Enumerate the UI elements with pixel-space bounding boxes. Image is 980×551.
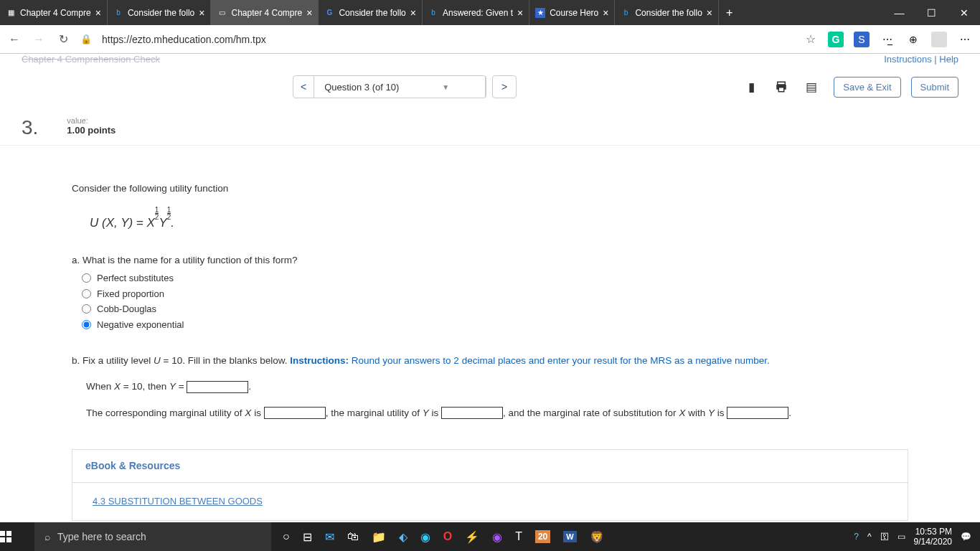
question-nav: < Question 3 (of 10) ▼ bbox=[293, 75, 486, 98]
svg-rect-4 bbox=[6, 531, 11, 536]
next-question-button[interactable]: > bbox=[492, 75, 517, 98]
option-c[interactable]: Cobb-Douglas bbox=[82, 301, 908, 317]
browser-tab[interactable]: ★Course Hero× bbox=[529, 0, 615, 25]
breadcrumb: Chapter 4 Comprehension Check bbox=[22, 54, 160, 65]
taskbar-search[interactable]: ⌕ Type here to search bbox=[34, 522, 271, 551]
close-icon[interactable]: × bbox=[603, 7, 608, 19]
clock[interactable]: 10:53 PM 9/14/2020 bbox=[914, 527, 952, 547]
dropbox-icon[interactable]: ⬖ bbox=[399, 530, 407, 544]
browser-tab[interactable]: bConsider the follo× bbox=[615, 0, 719, 25]
tab-label: Course Hero bbox=[550, 8, 598, 18]
favicon-icon: b bbox=[428, 8, 438, 18]
store-icon[interactable]: 🛍 bbox=[347, 530, 359, 543]
new-tab-button[interactable]: + bbox=[719, 6, 740, 19]
part-a: a. What is the name for a utility functi… bbox=[72, 253, 908, 332]
close-icon[interactable]: × bbox=[95, 7, 101, 19]
tab-label: Consider the follo bbox=[128, 8, 194, 18]
close-icon[interactable]: × bbox=[707, 7, 712, 19]
close-icon[interactable]: × bbox=[410, 7, 416, 19]
option-b[interactable]: Fixed proportion bbox=[82, 286, 908, 302]
option-label: Negative exponential bbox=[97, 318, 184, 332]
question-label: Question 3 (of 10) bbox=[324, 82, 399, 93]
tab-label: Chapter 4 Compre bbox=[20, 8, 91, 18]
back-button[interactable]: ← bbox=[7, 33, 22, 46]
badge-20[interactable]: 20 bbox=[535, 530, 550, 543]
page-header-row: Chapter 4 Comprehension Check Instructio… bbox=[0, 54, 980, 65]
ebook-icon[interactable]: ▮ bbox=[741, 77, 761, 97]
extension-icon[interactable]: S bbox=[854, 32, 870, 47]
var-u: U bbox=[154, 355, 161, 366]
var-x: X bbox=[114, 381, 121, 392]
collections-icon[interactable]: ⊕ bbox=[905, 32, 921, 47]
browser-tab[interactable]: ▦Chapter 4 Compre× bbox=[0, 0, 108, 25]
prev-question-button[interactable]: < bbox=[293, 81, 314, 93]
start-button[interactable] bbox=[0, 531, 34, 542]
help-link[interactable]: Instructions | Help bbox=[884, 54, 958, 65]
radio-b[interactable] bbox=[82, 289, 91, 298]
references-icon[interactable]: ▤ bbox=[801, 77, 821, 97]
close-icon[interactable]: × bbox=[199, 7, 204, 19]
blank-y-input[interactable] bbox=[187, 381, 248, 393]
part-a-text: a. What is the name for a utility functi… bbox=[72, 253, 908, 268]
radio-a[interactable] bbox=[82, 273, 91, 283]
question-toolbar: < Question 3 (of 10) ▼ > ▮ ▤ Save & Exit… bbox=[0, 65, 980, 109]
app-icon-2[interactable]: ◉ bbox=[492, 530, 502, 544]
instructions-label: Instructions: bbox=[290, 355, 349, 366]
notifications-icon[interactable]: 💬 bbox=[961, 532, 971, 542]
browser-tab[interactable]: bAnswered: Given t× bbox=[423, 0, 529, 25]
close-icon[interactable]: × bbox=[517, 7, 523, 19]
maximize-button[interactable]: ☐ bbox=[915, 7, 948, 19]
edge-icon[interactable]: ◉ bbox=[420, 530, 430, 544]
favorites-icon[interactable]: ⋯̲ bbox=[880, 32, 895, 47]
extension-grammarly-icon[interactable]: G bbox=[828, 32, 844, 47]
explorer-icon[interactable]: 📁 bbox=[372, 530, 386, 544]
tab-label: Answered: Given t bbox=[443, 8, 513, 18]
print-icon[interactable] bbox=[771, 77, 791, 97]
browser-tab[interactable]: bConsider the follo× bbox=[108, 0, 212, 25]
close-icon[interactable]: × bbox=[306, 7, 312, 19]
tab-label: Consider the follo bbox=[339, 8, 405, 18]
cortana-icon[interactable]: ○ bbox=[283, 530, 290, 543]
radio-d[interactable] bbox=[82, 320, 91, 329]
close-window-button[interactable]: ✕ bbox=[948, 7, 980, 19]
var-y: Y bbox=[708, 408, 715, 418]
wifi-icon[interactable]: ⚿ bbox=[880, 532, 889, 542]
question-header: 3. value: 1.00 points bbox=[0, 109, 980, 146]
refresh-button[interactable]: ↻ bbox=[56, 32, 70, 46]
points-value: 1.00 points bbox=[67, 125, 116, 136]
option-a[interactable]: Perfect substitutes bbox=[82, 270, 908, 286]
question-indicator[interactable]: Question 3 (of 10) ▼ bbox=[314, 76, 486, 98]
blank-mux-input[interactable] bbox=[264, 407, 326, 419]
resources-box: eBook & Resources 4.3 SUBSTITUTION BETWE… bbox=[72, 449, 908, 521]
app-icon[interactable]: ⚡ bbox=[465, 530, 479, 544]
more-menu-icon[interactable]: ⋯ bbox=[957, 32, 973, 47]
opera-icon[interactable]: O bbox=[443, 530, 452, 543]
star-icon[interactable]: ☆ bbox=[804, 32, 818, 46]
url-text[interactable]: https://ezto.mheducation.com/hm.tpx bbox=[102, 34, 793, 45]
brave-icon[interactable]: 🦁 bbox=[590, 530, 604, 544]
minimize-button[interactable]: — bbox=[883, 7, 915, 19]
battery-icon[interactable]: ▭ bbox=[897, 532, 905, 542]
part-b-text2: = 10. Fill in the blanks below. bbox=[161, 355, 290, 366]
word-icon[interactable]: W bbox=[563, 531, 576, 542]
search-placeholder: Type here to search bbox=[57, 531, 146, 542]
help-icon[interactable]: ? bbox=[854, 532, 859, 542]
chevron-up-icon[interactable]: ^ bbox=[867, 532, 872, 542]
ebook-chapter-link[interactable]: 4.3 SUBSTITUTION BETWEEN GOODS bbox=[93, 496, 263, 507]
radio-c[interactable] bbox=[82, 304, 91, 314]
blank-mrs-input[interactable] bbox=[727, 407, 788, 419]
option-d[interactable]: Negative exponential bbox=[82, 317, 908, 333]
mail-icon[interactable]: ✉ bbox=[325, 530, 334, 544]
submit-button[interactable]: Submit bbox=[911, 77, 958, 98]
svg-rect-5 bbox=[0, 537, 5, 542]
time-text: 10:53 PM bbox=[914, 527, 952, 537]
blank-muy-input[interactable] bbox=[441, 407, 503, 419]
browser-tab[interactable]: GConsider the follo× bbox=[319, 0, 423, 25]
browser-tab-active[interactable]: ▭Chapter 4 Compre× bbox=[211, 0, 319, 25]
taskview-icon[interactable]: ⊟ bbox=[303, 530, 312, 544]
app-icon-t[interactable]: T bbox=[515, 530, 522, 543]
profile-avatar[interactable] bbox=[931, 32, 947, 47]
save-exit-button[interactable]: Save & Exit bbox=[834, 77, 900, 98]
fill-blank-line-1: When X = 10, then Y = . bbox=[86, 380, 908, 394]
resources-title: eBook & Resources bbox=[72, 450, 908, 483]
